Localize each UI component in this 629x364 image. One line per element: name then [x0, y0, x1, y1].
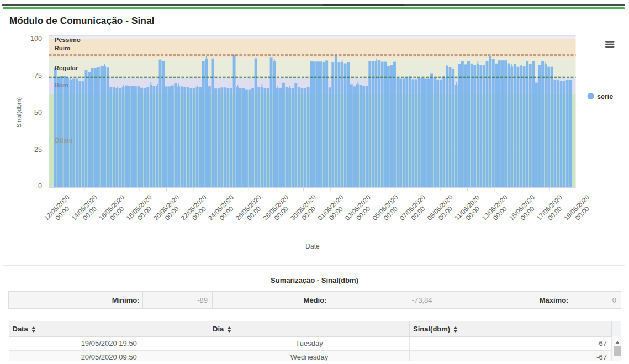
svg-text:Ruim: Ruim: [55, 45, 71, 51]
svg-text:-75: -75: [32, 72, 42, 80]
svg-text:-50: -50: [32, 109, 42, 117]
svg-text:-100: -100: [28, 35, 42, 43]
svg-text:0: 0: [38, 182, 42, 190]
svg-text:Date: Date: [305, 242, 320, 250]
svg-text:Sinal(dbm): Sinal(dbm): [15, 97, 22, 128]
svg-text:Regular: Regular: [55, 65, 78, 71]
svg-text:Bom: Bom: [55, 82, 69, 88]
svg-text:Péssimo: Péssimo: [55, 36, 81, 43]
svg-text:serie: serie: [597, 93, 613, 101]
svg-text:-25: -25: [32, 146, 42, 154]
svg-text:Ótimo: Ótimo: [55, 137, 73, 144]
